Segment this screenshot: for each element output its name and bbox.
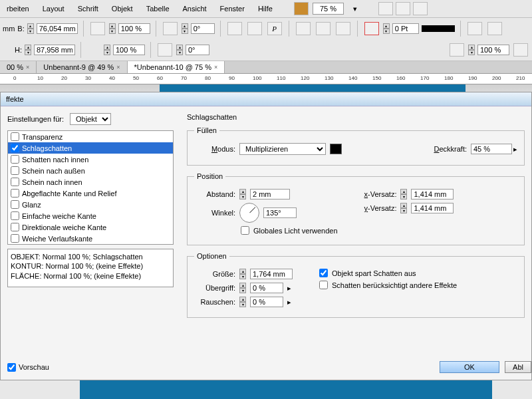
effect-checkbox[interactable] — [11, 178, 19, 186]
width-spinner[interactable]: ▴▾ — [27, 23, 34, 34]
align-icon[interactable] — [296, 22, 311, 35]
effect-item[interactable]: Einfache weiche Kante — [8, 210, 173, 221]
size-spinner[interactable]: ▴▾ — [239, 269, 246, 279]
workspace-icon[interactable] — [413, 2, 428, 15]
opacity-spinner[interactable]: ▴▾ — [468, 45, 475, 55]
opacity-icon[interactable] — [450, 43, 464, 57]
effect-checkbox[interactable] — [11, 166, 19, 175]
flip-v-icon[interactable] — [247, 22, 262, 35]
angle-input[interactable] — [263, 207, 297, 218]
effect-checkbox[interactable] — [11, 132, 19, 141]
menu-item[interactable]: Layout — [36, 3, 71, 14]
effect-item[interactable]: Glanz — [8, 199, 173, 210]
distribute-icon[interactable] — [316, 22, 331, 35]
fill-swatch-icon[interactable] — [364, 22, 379, 35]
distance-input[interactable] — [250, 189, 290, 200]
shear-input[interactable] — [186, 45, 209, 55]
scale-y-spinner[interactable]: ▴▾ — [104, 45, 110, 55]
menu-item[interactable]: Hilfe — [251, 3, 279, 14]
stroke-style-preview[interactable] — [422, 25, 455, 32]
spread-input[interactable] — [250, 283, 283, 293]
color-swatch[interactable] — [330, 144, 342, 154]
bridge-icon[interactable] — [294, 2, 309, 15]
angle-dial[interactable] — [239, 203, 259, 223]
control-panel: mm B: ▴▾ ▴▾ ▴▾ P ▴▾ — [0, 18, 532, 40]
noise-spinner[interactable]: ▴▾ — [239, 297, 246, 307]
flip-h-icon[interactable] — [227, 22, 242, 35]
scale-x-spinner[interactable]: ▴▾ — [109, 23, 116, 34]
menu-item[interactable]: Schrift — [71, 3, 105, 14]
blend-mode-select[interactable]: Multiplizieren — [239, 143, 326, 155]
rotation-input[interactable] — [191, 23, 215, 34]
ok-button[interactable]: OK — [440, 361, 499, 373]
scale-y-input[interactable] — [113, 45, 145, 55]
shear-icon[interactable] — [158, 43, 172, 57]
width-input[interactable] — [37, 23, 78, 34]
paragraph-icon[interactable]: P — [267, 22, 282, 35]
effect-item[interactable]: Schein nach außen — [8, 165, 173, 176]
document-tab-active[interactable]: *Unbenannt-10 @ 75 %× — [128, 61, 225, 73]
rotate-icon[interactable] — [163, 22, 178, 35]
corner-icon[interactable] — [487, 22, 502, 35]
effect-item[interactable]: Schlagschatten — [8, 142, 173, 154]
spread-spinner[interactable]: ▴▾ — [239, 283, 246, 293]
document-tab[interactable]: 00 %× — [0, 61, 37, 73]
cancel-button[interactable]: Abl — [505, 361, 531, 373]
settings-for-label: Einstellungen für: — [7, 115, 64, 123]
effect-item[interactable]: Schein nach innen — [8, 176, 173, 188]
stroke-weight-input[interactable] — [392, 23, 419, 34]
effect-checkbox[interactable] — [11, 234, 19, 243]
effect-checkbox[interactable] — [11, 189, 19, 198]
effect-item[interactable]: Direktionale weiche Kante — [8, 221, 173, 233]
shear-spinner[interactable]: ▴▾ — [176, 45, 183, 55]
knockout-checkbox[interactable] — [319, 269, 328, 277]
distance-spinner[interactable]: ▴▾ — [239, 189, 246, 200]
effect-checkbox[interactable] — [11, 211, 19, 220]
fx-icon[interactable] — [467, 22, 482, 35]
y-offset-input[interactable] — [411, 203, 454, 213]
opacity-label: Deckkraft: — [434, 145, 467, 153]
angle-label: Winkel: — [194, 209, 235, 217]
zoom-level[interactable]: 75 % — [313, 3, 344, 15]
effect-checkbox[interactable] — [11, 144, 19, 152]
y-offset-spinner[interactable]: ▴▾ — [400, 203, 407, 213]
close-icon[interactable]: × — [116, 64, 120, 70]
menu-item[interactable]: rbeiten — [0, 3, 36, 14]
close-icon[interactable]: × — [214, 64, 217, 70]
document-tab[interactable]: Unbenannt-9 @ 49 %× — [37, 61, 127, 73]
menu-item[interactable]: Fenster — [213, 3, 251, 14]
size-input[interactable] — [250, 269, 293, 279]
stroke-spinner[interactable]: ▴▾ — [383, 23, 390, 34]
effect-item[interactable]: Schatten nach innen — [8, 154, 173, 165]
extra-icon[interactable] — [513, 43, 528, 57]
menu-item[interactable]: Ansicht — [176, 3, 213, 14]
noise-input[interactable] — [250, 297, 283, 307]
effect-checkbox[interactable] — [11, 155, 19, 164]
arrange-icon[interactable] — [396, 2, 410, 15]
effect-item[interactable]: Weiche Verlaufskante — [8, 233, 173, 244]
rotation-spinner[interactable]: ▴▾ — [182, 23, 188, 34]
link-icon[interactable] — [90, 22, 105, 35]
global-light-checkbox[interactable] — [241, 226, 249, 235]
text-wrap-icon[interactable] — [336, 22, 350, 35]
x-offset-input[interactable] — [411, 189, 454, 200]
settings-target-select[interactable]: Objekt — [70, 113, 111, 125]
close-icon[interactable]: × — [26, 64, 29, 70]
height-input[interactable] — [34, 45, 75, 55]
effect-item[interactable]: Abgeflachte Kante und Relief — [8, 188, 173, 199]
width-label: B: — [17, 25, 24, 33]
effect-item[interactable]: Transparenz — [8, 131, 173, 142]
honors-checkbox[interactable] — [319, 281, 328, 289]
menu-item[interactable]: Objekt — [105, 3, 140, 14]
effect-checkbox[interactable] — [11, 200, 19, 209]
preview-checkbox[interactable] — [7, 363, 16, 372]
opacity-field[interactable] — [471, 144, 512, 154]
menu-item[interactable]: Tabelle — [140, 3, 176, 14]
scale-x-input[interactable] — [118, 23, 150, 34]
horizontal-ruler: 0102030405060708090100110120130140150160… — [0, 74, 532, 84]
effect-checkbox[interactable] — [11, 223, 19, 231]
x-offset-spinner[interactable]: ▴▾ — [400, 189, 407, 200]
opacity-input[interactable] — [477, 45, 509, 55]
screen-mode-icon[interactable] — [378, 2, 393, 15]
height-spinner[interactable]: ▴▾ — [25, 45, 31, 55]
